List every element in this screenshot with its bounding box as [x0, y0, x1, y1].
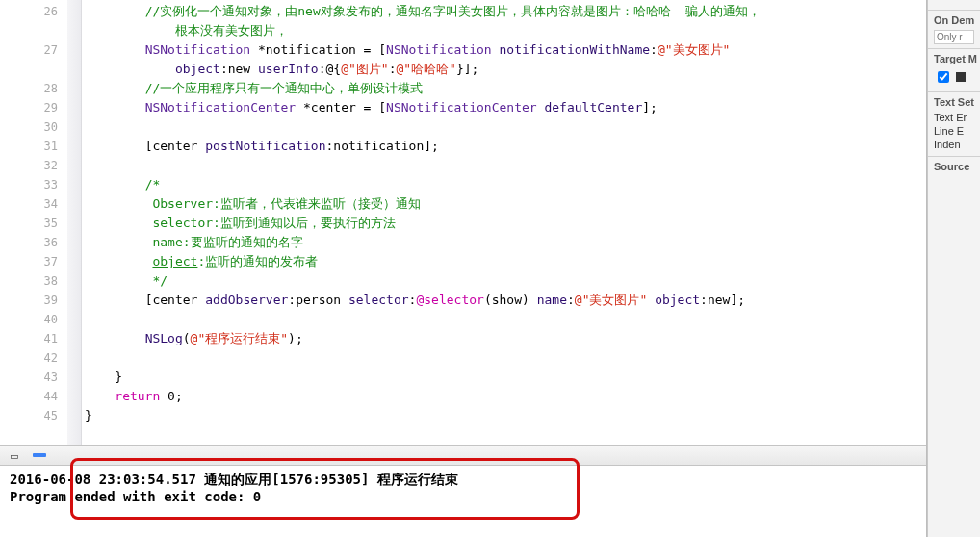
code-line[interactable]: 37 object:监听的通知的发布者	[0, 252, 926, 271]
line-endings-label: Line E	[934, 125, 974, 137]
section-title: Target M	[934, 53, 974, 64]
editor-pane: 26 //实例化一个通知对象，由new对象发布的，通知名字叫美女图片，具体内容就…	[0, 0, 927, 537]
line-number	[0, 60, 67, 79]
line-number: 38	[0, 271, 67, 291]
code-line[interactable]: 45}	[0, 406, 926, 425]
line-number: 37	[0, 252, 67, 271]
code-content[interactable]: [center addObserver:person selector:@sel…	[81, 291, 745, 310]
code-content[interactable]: object:监听的通知的发布者	[81, 252, 318, 271]
console-toolbar: ▭	[0, 445, 926, 466]
code-content[interactable]: 根本没有美女图片，	[81, 21, 288, 40]
code-line[interactable]: 33 /*	[0, 175, 926, 194]
code-line[interactable]: object:new userInfo:@{@"图片":@"哈哈哈"}];	[0, 60, 926, 79]
code-content[interactable]: //实例化一个通知对象，由new对象发布的，通知名字叫美女图片，具体内容就是图片…	[81, 2, 761, 21]
line-number: 28	[0, 79, 67, 98]
code-content[interactable]: }	[81, 406, 92, 425]
console-line: 2016-06-08 23:03:54.517 通知的应用[1576:95305…	[10, 472, 916, 489]
filter-icon[interactable]	[31, 448, 48, 462]
code-content[interactable]: */	[81, 271, 168, 291]
line-number: 45	[0, 406, 67, 425]
code-line[interactable]: 40	[0, 310, 926, 329]
code-line[interactable]: 28 //一个应用程序只有一个通知中心，单例设计模式	[0, 79, 926, 98]
line-number: 44	[0, 387, 67, 406]
toggle-view-icon[interactable]: ▭	[6, 448, 23, 462]
on-demand-filter-input[interactable]	[934, 30, 974, 44]
code-content[interactable]: [center postNotification:notification];	[81, 137, 439, 156]
code-content[interactable]	[81, 348, 145, 368]
inspector-pane: On Dem Target M Text Set Text Er Line E …	[927, 0, 980, 537]
text-encoding-label: Text Er	[934, 112, 974, 123]
line-number: 41	[0, 329, 67, 348]
console-line: Program ended with exit code: 0	[10, 489, 916, 504]
line-number: 33	[0, 175, 67, 194]
code-line[interactable]: 43 }	[0, 368, 926, 387]
line-number: 40	[0, 310, 67, 329]
code-line[interactable]: 34 Observer:监听者，代表谁来监听（接受）通知	[0, 194, 926, 214]
code-content[interactable]: }	[81, 368, 122, 387]
section-title: Text Set	[934, 96, 974, 108]
line-number: 36	[0, 233, 67, 252]
code-line[interactable]: 26 //实例化一个通知对象，由new对象发布的，通知名字叫美女图片，具体内容就…	[0, 2, 926, 21]
line-number: 42	[0, 348, 67, 368]
code-content[interactable]: selector:监听到通知以后，要执行的方法	[81, 214, 396, 233]
code-content[interactable]	[81, 156, 145, 175]
section-title: Source	[934, 161, 974, 172]
target-section: Target M	[928, 48, 980, 91]
debug-console[interactable]: 2016-06-08 23:03:54.517 通知的应用[1576:95305…	[0, 466, 926, 537]
line-number: 27	[0, 40, 67, 60]
code-line[interactable]: 38 */	[0, 271, 926, 291]
code-line[interactable]: 41 NSLog(@"程序运行结束");	[0, 329, 926, 348]
fold-gutter[interactable]	[67, 0, 82, 445]
line-number: 31	[0, 137, 67, 156]
code-content[interactable]: name:要监听的通知的名字	[81, 233, 303, 252]
code-content[interactable]: Observer:监听者，代表谁来监听（接受）通知	[81, 194, 421, 214]
line-number: 29	[0, 98, 67, 117]
code-line[interactable]: 36 name:要监听的通知的名字	[0, 233, 926, 252]
code-content[interactable]	[81, 310, 145, 329]
line-number: 43	[0, 368, 67, 387]
source-control-section: Source	[928, 156, 980, 180]
text-settings-section: Text Set Text Er Line E Inden	[928, 91, 980, 156]
code-content[interactable]: //一个应用程序只有一个通知中心，单例设计模式	[81, 79, 423, 98]
code-line[interactable]: 30	[0, 117, 926, 137]
code-content[interactable]	[81, 117, 145, 137]
code-line[interactable]: 32	[0, 156, 926, 175]
line-number: 32	[0, 156, 67, 175]
code-content[interactable]: NSLog(@"程序运行结束");	[81, 329, 303, 348]
code-content[interactable]: object:new userInfo:@{@"图片":@"哈哈哈"}];	[81, 60, 478, 79]
code-editor[interactable]: 26 //实例化一个通知对象，由new对象发布的，通知名字叫美女图片，具体内容就…	[0, 0, 926, 445]
code-line[interactable]: 39 [center addObserver:person selector:@…	[0, 291, 926, 310]
code-line[interactable]: 31 [center postNotification:notification…	[0, 137, 926, 156]
code-content[interactable]: return 0;	[81, 387, 183, 406]
code-line[interactable]: 35 selector:监听到通知以后，要执行的方法	[0, 214, 926, 233]
target-icon	[956, 72, 966, 82]
line-number: 30	[0, 117, 67, 137]
line-number: 26	[0, 2, 67, 21]
section-title: On Dem	[934, 14, 974, 26]
line-number: 35	[0, 214, 67, 233]
line-number: 39	[0, 291, 67, 310]
target-membership-checkbox[interactable]	[938, 71, 949, 83]
on-demand-section: On Dem	[928, 10, 980, 48]
code-line[interactable]: 根本没有美女图片，	[0, 21, 926, 40]
code-line[interactable]: 27 NSNotification *notification = [NSNot…	[0, 40, 926, 60]
line-number: 34	[0, 194, 67, 214]
code-content[interactable]: /*	[81, 175, 160, 194]
line-number	[0, 21, 67, 40]
code-line[interactable]: 44 return 0;	[0, 387, 926, 406]
code-line[interactable]: 29 NSNotificationCenter *center = [NSNot…	[0, 98, 926, 117]
code-content[interactable]: NSNotification *notification = [NSNotifi…	[81, 40, 730, 60]
code-line[interactable]: 42	[0, 348, 926, 368]
code-content[interactable]: NSNotificationCenter *center = [NSNotifi…	[81, 98, 658, 117]
indent-label: Inden	[934, 139, 974, 150]
